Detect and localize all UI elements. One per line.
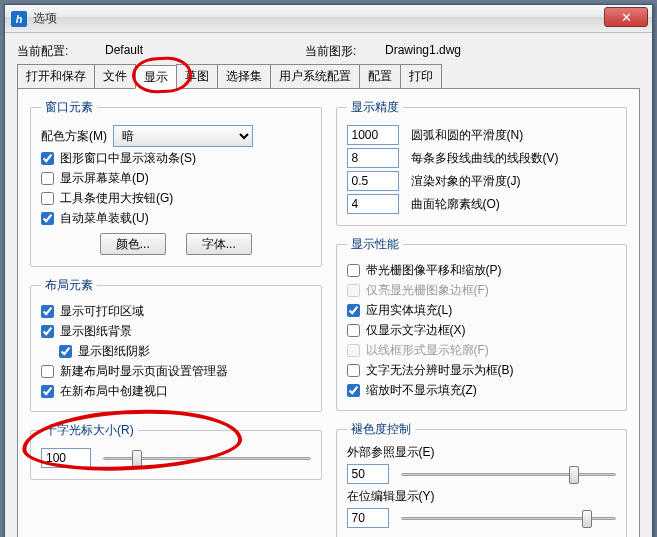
lbl-big-buttons: 工具条使用大按钮(G) — [60, 190, 173, 207]
window-title: 选项 — [33, 10, 57, 27]
legend-window-elements: 窗口元素 — [41, 99, 97, 116]
display-panel: 窗口元素 配色方案(M) 暗 图形窗口中显示滚动条(S) 显示屏幕菜单(D) 工… — [17, 89, 640, 537]
tab-files[interactable]: 文件 — [94, 64, 136, 88]
tab-selection[interactable]: 选择集 — [217, 64, 271, 88]
tab-profiles[interactable]: 配置 — [359, 64, 401, 88]
legend-layout-elements: 布局元素 — [41, 277, 97, 294]
tab-plot[interactable]: 打印 — [400, 64, 442, 88]
crosshair-slider[interactable] — [103, 449, 311, 467]
lbl-auto-menu: 自动菜单装载(U) — [60, 210, 149, 227]
inplace-slider[interactable] — [401, 509, 617, 527]
arc-smooth-input[interactable] — [347, 125, 399, 145]
config-label: 当前配置: — [17, 43, 105, 60]
surf-lines-label: 曲面轮廓素线(O) — [411, 196, 500, 213]
render-smooth-label: 渲染对象的平滑度(J) — [411, 173, 521, 190]
lbl-paper-shadow: 显示图纸阴影 — [78, 343, 150, 360]
surf-lines-input[interactable] — [347, 194, 399, 214]
group-layout-elements: 布局元素 显示可打印区域 显示图纸背景 显示图纸阴影 新建布局时显示页面设置管理… — [30, 277, 322, 412]
inplace-input[interactable] — [347, 508, 389, 528]
chk-text-frame[interactable] — [347, 324, 360, 337]
chk-screen-menu[interactable] — [41, 172, 54, 185]
arc-smooth-label: 圆弧和圆的平滑度(N) — [411, 127, 524, 144]
chk-hl-raster — [347, 284, 360, 297]
lbl-page-setup: 新建布局时显示页面设置管理器 — [60, 363, 228, 380]
font-button[interactable]: 字体... — [186, 233, 252, 255]
lbl-hl-raster: 仅亮显光栅图象边框(F) — [366, 282, 489, 299]
tab-open-save[interactable]: 打开和保存 — [17, 64, 95, 88]
config-value: Default — [105, 43, 305, 60]
inplace-label: 在位编辑显示(Y) — [347, 488, 617, 505]
color-button[interactable]: 颜色... — [100, 233, 166, 255]
lbl-raster-pan: 带光栅图像平移和缩放(P) — [366, 262, 502, 279]
chk-page-setup[interactable] — [41, 365, 54, 378]
lbl-scrollbars: 图形窗口中显示滚动条(S) — [60, 150, 196, 167]
chk-raster-pan[interactable] — [347, 264, 360, 277]
chk-wire-silh — [347, 344, 360, 357]
chk-auto-menu[interactable] — [41, 212, 54, 225]
chk-create-viewport[interactable] — [41, 385, 54, 398]
lbl-true-type: 文字无法分辨时显示为框(B) — [366, 362, 514, 379]
tab-display[interactable]: 显示 — [135, 65, 177, 89]
chk-paper-shadow[interactable] — [59, 345, 72, 358]
scheme-label: 配色方案(M) — [41, 128, 107, 145]
chk-big-buttons[interactable] — [41, 192, 54, 205]
chk-paper-bg[interactable] — [41, 325, 54, 338]
lbl-no-fill-zoom: 缩放时不显示填充(Z) — [366, 382, 477, 399]
app-icon: h — [11, 11, 27, 27]
lbl-print-area: 显示可打印区域 — [60, 303, 144, 320]
lbl-solid-fill: 应用实体填充(L) — [366, 302, 453, 319]
crosshair-input[interactable] — [41, 448, 91, 468]
render-smooth-input[interactable] — [347, 171, 399, 191]
legend-fade: 褪色度控制 — [347, 421, 415, 438]
lbl-create-viewport: 在新布局中创建视口 — [60, 383, 168, 400]
group-crosshair: 十字光标大小(R) — [30, 422, 322, 480]
xref-input[interactable] — [347, 464, 389, 484]
group-window-elements: 窗口元素 配色方案(M) 暗 图形窗口中显示滚动条(S) 显示屏幕菜单(D) 工… — [30, 99, 322, 267]
legend-precision: 显示精度 — [347, 99, 403, 116]
tab-drafting[interactable]: 草图 — [176, 64, 218, 88]
lbl-screen-menu: 显示屏幕菜单(D) — [60, 170, 149, 187]
chk-no-fill-zoom[interactable] — [347, 384, 360, 397]
poly-seg-label: 每条多段线曲线的线段数(V) — [411, 150, 559, 167]
drawing-label: 当前图形: — [305, 43, 385, 60]
group-precision: 显示精度 圆弧和圆的平滑度(N) 每条多段线曲线的线段数(V) 渲染对象的平滑度… — [336, 99, 628, 226]
chk-print-area[interactable] — [41, 305, 54, 318]
lbl-paper-bg: 显示图纸背景 — [60, 323, 132, 340]
options-dialog: h 选项 ✕ 当前配置: Default 当前图形: Drawing1.dwg … — [4, 4, 653, 537]
titlebar: h 选项 ✕ — [5, 5, 652, 33]
tab-user-pref[interactable]: 用户系统配置 — [270, 64, 360, 88]
poly-seg-input[interactable] — [347, 148, 399, 168]
group-performance: 显示性能 带光栅图像平移和缩放(P) 仅亮显光栅图象边框(F) 应用实体填充(L… — [336, 236, 628, 411]
scheme-select[interactable]: 暗 — [113, 125, 253, 147]
info-row: 当前配置: Default 当前图形: Drawing1.dwg — [17, 43, 640, 60]
legend-performance: 显示性能 — [347, 236, 403, 253]
xref-label: 外部参照显示(E) — [347, 444, 617, 461]
drawing-value: Drawing1.dwg — [385, 43, 461, 60]
tab-strip: 打开和保存 文件 显示 草图 选择集 用户系统配置 配置 打印 — [17, 64, 640, 89]
legend-crosshair: 十字光标大小(R) — [41, 422, 138, 439]
chk-scrollbars[interactable] — [41, 152, 54, 165]
lbl-text-frame: 仅显示文字边框(X) — [366, 322, 466, 339]
chk-true-type[interactable] — [347, 364, 360, 377]
xref-slider[interactable] — [401, 465, 617, 483]
group-fade: 褪色度控制 外部参照显示(E) 在位编辑显示(Y) — [336, 421, 628, 537]
lbl-wire-silh: 以线框形式显示轮廓(F) — [366, 342, 489, 359]
close-button[interactable]: ✕ — [604, 7, 648, 27]
chk-solid-fill[interactable] — [347, 304, 360, 317]
